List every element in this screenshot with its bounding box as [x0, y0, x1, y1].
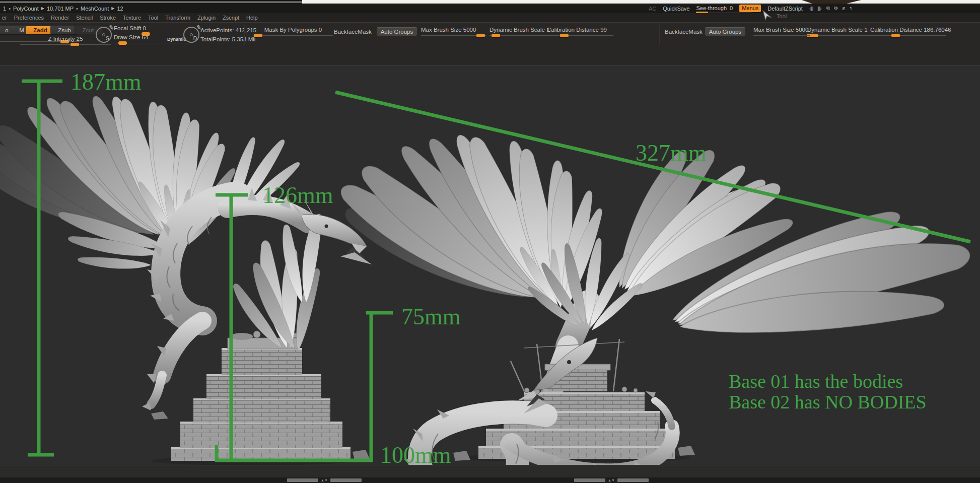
focal-shift-slider[interactable]: Focal Shift 0 — [114, 25, 188, 34]
paste-doc-icon[interactable]: ⧉› — [834, 6, 837, 11]
bottom-scroll-strip: ▲▼ ▲▼ — [0, 477, 980, 483]
mask-by-polygroups-value: 0 — [319, 27, 322, 33]
scroll-control-right[interactable]: ▲▼ — [574, 478, 649, 482]
draw-size-value: 64 — [142, 34, 149, 40]
scroll-arrows-icon[interactable]: ▲▼ — [608, 478, 615, 482]
titlebar-icon-group: ‹|||| ||||› ‹⧉ ⧉› Ƶ ↰ — [809, 6, 853, 11]
dynamic-brush-icon[interactable]: ✎ D — [183, 27, 199, 43]
max-brush-size-label: Max Brush Size — [421, 27, 462, 33]
menu-item-tool[interactable]: Tool — [148, 15, 158, 21]
stroke-dot-icon — [102, 33, 105, 36]
copy-doc-icon[interactable]: ‹⧉ — [826, 6, 829, 11]
menu-item-stroke[interactable]: Stroke — [100, 15, 116, 21]
backface-mask-toggle-2[interactable]: BackfaceMask — [665, 29, 703, 35]
sculpt-viewport[interactable]: 187mm 126mm 75mm 100mm 327mm Base 01 has… — [0, 65, 980, 465]
auto-groups-toggle[interactable]: Auto Groups — [377, 27, 417, 36]
see-through-value: 0 — [730, 5, 733, 11]
max-brush-size-slider[interactable]: Max Brush Size 5000 — [421, 27, 486, 36]
total-points-label: TotalPoints: — [200, 36, 230, 42]
label-327mm: 327mm — [636, 140, 707, 166]
bullet-separator: • — [76, 6, 78, 12]
note-base-01: Base 01 has the bodies — [729, 371, 903, 392]
draw-toolbar: o M Zadd Zsub Zcut Z Intensity 25 ✎ S Fo… — [0, 22, 980, 66]
see-through-label: See-through — [696, 5, 727, 11]
total-points-stat: TotalPoints: 5.353 Mil — [200, 36, 255, 42]
slider-track — [253, 35, 333, 36]
right-dragon-model — [334, 128, 975, 465]
scroll-bar[interactable] — [617, 478, 649, 482]
menu-item-stencil[interactable]: Stencil — [76, 15, 93, 21]
slider-handle[interactable] — [560, 34, 569, 37]
slider-handle[interactable] — [71, 43, 79, 46]
dynamic-mode-label[interactable]: Dynamic — [167, 37, 186, 42]
window-top-edge — [0, 0, 980, 4]
dynamic-brush-scale-label: Dynamic Brush Scale — [489, 27, 545, 33]
calibration-distance-value: 99 — [600, 27, 607, 33]
slider-track — [870, 35, 946, 36]
menu-item-preferences[interactable]: Preferences — [14, 15, 44, 21]
see-through-slider[interactable]: See-through 0 — [696, 5, 733, 12]
calibration-distance-slider-2[interactable]: Calibration Distance 186.76046 — [870, 27, 946, 36]
sigma-icon[interactable]: Ƶ — [842, 6, 845, 11]
quicksave-button[interactable]: QuickSave — [663, 6, 689, 12]
ac-label: AC — [649, 6, 656, 12]
slider-handle[interactable] — [254, 34, 262, 37]
scroll-bar[interactable] — [574, 478, 605, 482]
note-base-02: Base 02 has NO BODIES — [729, 391, 927, 412]
left-base-pyramid — [171, 330, 351, 461]
menu-item-zscript[interactable]: Zscript — [223, 15, 239, 21]
menu-item-texture[interactable]: Texture — [123, 15, 141, 21]
scroll-control-left[interactable]: ▲▼ — [287, 478, 362, 482]
menu-item-partial[interactable]: er — [2, 15, 7, 21]
backface-mask-toggle[interactable]: BackfaceMask — [334, 29, 372, 35]
stroke-dot-icon — [190, 33, 193, 36]
polycount-value: 10.701 MP — [47, 6, 74, 12]
menu-item-help[interactable]: Help — [246, 15, 258, 21]
menu-item-transform[interactable]: Transform — [165, 15, 190, 21]
draw-size-label: Draw Size — [114, 34, 140, 40]
slider-track — [20, 44, 111, 45]
menu-item-render[interactable]: Render — [51, 15, 69, 21]
dynamic-brush-scale-slider-2[interactable]: Dynamic Brush Scale 1 — [807, 27, 872, 36]
history-back-icon[interactable]: ‹|||| — [809, 6, 813, 11]
calibration-distance-label: Calibration Distance — [547, 27, 599, 33]
meshcount-value: 12 — [117, 6, 123, 12]
focal-shift-value: 0 — [143, 25, 146, 31]
slider-handle[interactable] — [476, 34, 485, 37]
stroke-letter: S — [106, 36, 109, 41]
active-points-stat: ActivePoints: 412,215 — [200, 27, 256, 33]
triangle-icon: ▶ — [41, 6, 44, 11]
menu-item-zplugin[interactable]: Zplugin — [197, 15, 216, 21]
slider-handle[interactable] — [810, 34, 818, 37]
doc-number: 1 — [3, 6, 6, 12]
mask-by-polygroups-label: Mask By Polygroups — [264, 27, 317, 33]
history-forward-icon[interactable]: ||||› — [817, 6, 821, 11]
auto-groups-toggle-2[interactable]: Auto Groups — [705, 27, 745, 36]
active-points-label: ActivePoints: — [200, 27, 234, 33]
label-126mm: 126mm — [262, 182, 333, 208]
menus-button[interactable]: Menus — [739, 5, 761, 12]
stroke-type-icon[interactable]: ✎ S — [96, 27, 112, 43]
document-stats: 1 • PolyCount ▶ 10.701 MP • MeshCount ▶ … — [0, 6, 123, 12]
calibration-distance-slider[interactable]: Calibration Distance 99 — [547, 27, 613, 36]
dynamic-letter: D — [193, 36, 197, 41]
dynamic-brush-scale-slider[interactable]: Dynamic Brush Scale 1 — [489, 27, 554, 36]
scroll-arrows-icon[interactable]: ▲▼ — [321, 478, 328, 482]
mask-by-polygroups-slider[interactable]: Mask By Polygroups 0 — [253, 27, 333, 36]
status-bar: 1 • PolyCount ▶ 10.701 MP • MeshCount ▶ … — [0, 4, 980, 13]
triangle-icon: ▶ — [111, 6, 114, 11]
slider-handle[interactable] — [118, 41, 127, 45]
slider-handle[interactable] — [891, 34, 900, 37]
slider-handle[interactable] — [492, 34, 500, 37]
label-75mm: 75mm — [401, 304, 461, 329]
label-187mm: 187mm — [71, 69, 142, 95]
partial-left-button[interactable]: o — [0, 26, 14, 34]
scroll-bar[interactable] — [287, 478, 318, 482]
mouse-cursor-hint: Tool — [761, 10, 787, 21]
scroll-bar[interactable] — [330, 478, 362, 482]
focal-shift-label: Focal Shift — [114, 25, 141, 31]
dynamic-brush-scale-label: Dynamic Brush Scale — [807, 27, 863, 33]
titlebar-controls: AC QuickSave See-through 0 Menus Default… — [649, 4, 853, 13]
corner-arrow-icon[interactable]: ↰ — [849, 6, 853, 11]
z-intensity-value: 25 — [77, 36, 83, 42]
